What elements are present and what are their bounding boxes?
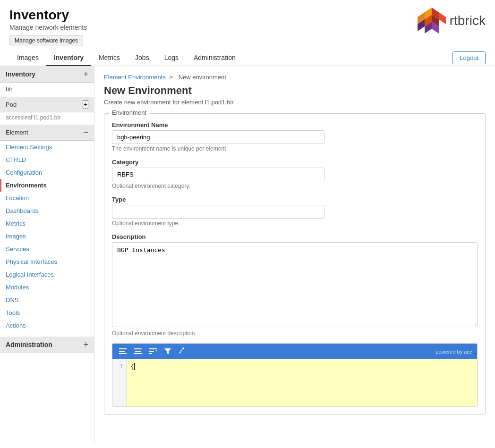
sidebar-element-name: accessleaf l1.pod1.blr	[0, 112, 94, 123]
tab-logs[interactable]: Logs	[157, 50, 186, 66]
editor-powered-by: powered by ace	[435, 349, 472, 355]
form-section-legend: Environment	[109, 109, 149, 116]
sidebar-item-dashboards[interactable]: Dashboards	[0, 204, 94, 217]
sidebar-item-logical-interfaces[interactable]: Logical Interfaces	[0, 268, 94, 281]
breadcrumb-link[interactable]: Element Environments	[104, 74, 166, 81]
editor-toolbar: powered by ace	[112, 344, 477, 359]
content-area: Element Environments > New environment N…	[94, 66, 495, 443]
nav-tabs: Images Inventory Metrics Jobs Logs Admin…	[0, 50, 495, 66]
logout-button[interactable]: Logout	[452, 51, 486, 64]
editor-gutter: 1	[112, 359, 127, 406]
logo: rtbrick	[418, 8, 486, 34]
category-hint: Optional environment category.	[112, 183, 478, 189]
type-hint: Optional environment type.	[112, 220, 478, 227]
svg-rect-17	[149, 353, 152, 354]
main-layout: Inventory + blr Pod + accessleaf l1.pod1…	[0, 66, 495, 443]
editor-code-content: {	[130, 363, 134, 370]
svg-marker-1	[439, 12, 446, 24]
svg-rect-10	[119, 351, 125, 352]
sidebar-blr-label: blr	[0, 83, 94, 95]
rtbrick-logo-icon	[418, 8, 446, 34]
header-left: Inventory Manage network elements Manage…	[9, 8, 87, 46]
sidebar-inventory-add-button[interactable]: +	[83, 70, 88, 78]
env-name-input[interactable]	[112, 130, 324, 144]
sidebar-item-physical-interfaces[interactable]: Physical Interfaces	[0, 255, 94, 268]
sidebar-inventory-label: Inventory	[6, 70, 35, 78]
sidebar-item-element-settings[interactable]: Element Settings	[0, 141, 94, 153]
header-right: rtbrick	[418, 8, 486, 34]
svg-rect-9	[119, 348, 127, 349]
sidebar-item-dns[interactable]: DNS	[0, 294, 94, 306]
sidebar-item-images[interactable]: Images	[0, 230, 94, 243]
sidebar-element-collapse-button[interactable]: −	[83, 127, 88, 137]
breadcrumb-current: New environment	[179, 74, 226, 81]
description-textarea[interactable]: BGP Instances	[112, 242, 478, 327]
tab-images[interactable]: Images	[9, 50, 46, 66]
category-label: Category	[112, 159, 478, 166]
svg-rect-15	[149, 348, 157, 349]
svg-rect-13	[135, 351, 141, 352]
environment-form-section: Environment Environment Name The environ…	[104, 113, 486, 415]
sidebar-pod-header: Pod +	[0, 97, 94, 112]
sidebar-element-label: Element	[6, 129, 28, 136]
sidebar-inventory-header: Inventory +	[0, 66, 94, 83]
category-input[interactable]	[112, 168, 324, 181]
svg-rect-16	[149, 351, 154, 352]
type-input[interactable]	[112, 205, 324, 219]
tab-inventory[interactable]: Inventory	[46, 50, 91, 66]
logo-text: rtbrick	[450, 13, 486, 28]
editor-body[interactable]: 1 {	[112, 359, 477, 406]
sidebar-item-metrics[interactable]: Metrics	[0, 217, 94, 230]
manage-software-images-tooltip[interactable]: Manage software images	[9, 35, 83, 46]
sidebar-item-environments[interactable]: Environments	[0, 179, 94, 192]
type-group: Type Optional environment type.	[112, 196, 478, 227]
env-name-label: Environment Name	[112, 121, 478, 128]
sidebar: Inventory + blr Pod + accessleaf l1.pod1…	[0, 66, 94, 443]
sidebar-administration-header: Administration +	[0, 337, 94, 353]
sidebar-item-location[interactable]: Location	[0, 192, 94, 204]
editor-tool-align-left[interactable]	[117, 347, 128, 356]
ace-editor-container: powered by ace 1 {	[112, 343, 478, 407]
breadcrumb: Element Environments > New environment	[104, 74, 486, 81]
sidebar-item-actions[interactable]: Actions	[0, 319, 94, 332]
sidebar-item-ctrld[interactable]: CTRLD	[0, 153, 94, 166]
tab-jobs[interactable]: Jobs	[128, 50, 157, 66]
svg-rect-14	[134, 353, 142, 354]
editor-toolbar-left	[117, 347, 187, 356]
page-main-title: Inventory	[9, 8, 87, 23]
svg-rect-12	[134, 348, 142, 349]
type-label: Type	[112, 196, 478, 203]
page-subtitle: Create new environment for element l1.po…	[104, 99, 486, 106]
sidebar-pod-add-button[interactable]: +	[83, 100, 88, 109]
nav-tabs-left: Images Inventory Metrics Jobs Logs Admin…	[9, 50, 243, 66]
editor-tool-align-center[interactable]	[132, 347, 144, 356]
editor-line-number: 1	[115, 363, 123, 370]
env-name-group: Environment Name The environment name is…	[112, 121, 478, 152]
sidebar-item-modules[interactable]: Modules	[0, 281, 94, 294]
env-name-hint: The environment name is unique per eleme…	[112, 145, 478, 152]
sidebar-administration-section: Administration +	[0, 337, 94, 353]
header: Inventory Manage network elements Manage…	[0, 0, 495, 50]
svg-marker-18	[156, 350, 157, 352]
sidebar-item-configuration[interactable]: Configuration	[0, 166, 94, 179]
svg-marker-19	[164, 348, 171, 354]
editor-tool-sort[interactable]	[147, 347, 159, 356]
description-hint: Optional environment description.	[112, 330, 478, 337]
editor-code[interactable]: {	[127, 359, 477, 406]
sidebar-pod-label: Pod	[6, 101, 17, 108]
sidebar-item-services[interactable]: Services	[0, 243, 94, 255]
tab-metrics[interactable]: Metrics	[91, 50, 128, 66]
page-title: New Environment	[104, 85, 486, 97]
description-label: Description	[112, 233, 478, 240]
description-group: Description BGP Instances Optional envir…	[112, 233, 478, 337]
sidebar-item-tools[interactable]: Tools	[0, 306, 94, 319]
editor-tool-filter[interactable]	[162, 347, 173, 356]
sidebar-administration-label: Administration	[6, 341, 52, 348]
sidebar-administration-add-button[interactable]: +	[83, 340, 88, 349]
editor-tool-wrench[interactable]	[177, 347, 187, 356]
tab-administration[interactable]: Administration	[186, 50, 243, 66]
svg-rect-11	[119, 353, 127, 354]
category-group: Category Optional environment category.	[112, 159, 478, 189]
breadcrumb-separator: >	[169, 74, 173, 81]
sidebar-element-header: Element −	[0, 125, 94, 141]
